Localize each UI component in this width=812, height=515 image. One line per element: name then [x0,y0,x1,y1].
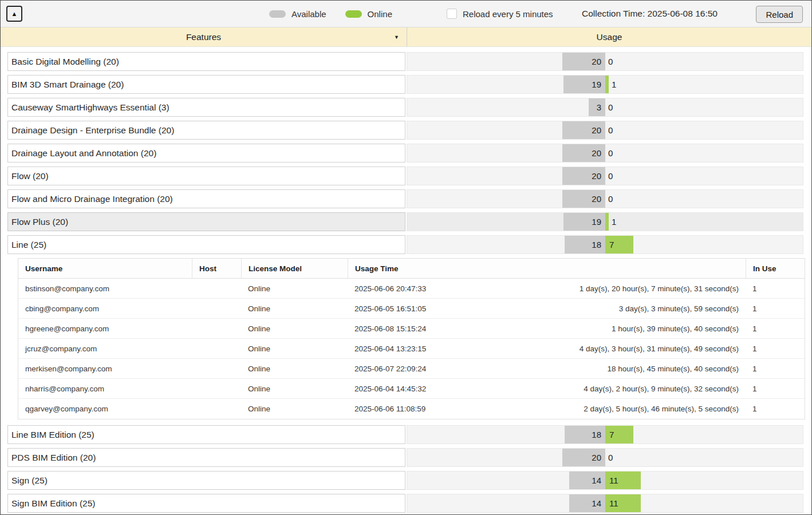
features-column-header[interactable]: Features ▼ [1,27,407,46]
feature-row[interactable]: Causeway SmartHighways Essential (3)30 [7,98,803,117]
usage-cell: 200 [407,167,803,185]
feature-row[interactable]: BIM 3D Smart Drainage (20)191 [7,75,803,94]
session-duration: 18 hour(s), 45 minute(s), 40 second(s) [607,365,739,373]
feature-name-cell: PDS BIM Edition (20) [7,448,405,467]
session-start-time: 2025-06-04 14:45:32 [354,385,426,393]
session-username: jcruz@company.com [18,339,192,358]
session-in-use: 1 [746,279,805,298]
session-host [192,299,241,318]
available-bar: 20 [562,53,605,70]
usage-cell: 200 [407,189,803,208]
feature-name-label: Line BIM Edition (25) [11,430,94,440]
available-count: 20 [592,148,601,158]
collapse-all-button[interactable]: ▲ [6,6,22,22]
available-swatch-icon [269,10,286,18]
feature-name-label: Flow Plus (20) [11,217,68,227]
online-count: 0 [608,53,613,70]
online-count: 0 [608,190,613,208]
session-in-use-value: 1 [752,405,757,413]
online-count: 11 [609,472,618,489]
session-usage-time: 2025-06-05 16:51:053 day(s), 3 minute(s)… [348,299,746,318]
session-duration: 4 day(s), 3 hour(s), 31 minute(s), 49 se… [580,344,739,353]
feature-row[interactable]: Sign BIM Edition (25)1411 [7,494,803,513]
online-swatch-icon [345,10,362,18]
session-col-header-label: License Model [249,264,302,273]
session-host [192,279,241,298]
online-count: 7 [609,236,614,253]
feature-row[interactable]: Drainage Design - Enterprise Bundle (20)… [7,121,803,140]
session-col-header-in-use[interactable]: In Use [746,259,805,278]
feature-name-cell: Drainage Layout and Annotation (20) [7,144,405,163]
feature-row[interactable]: PDS BIM Edition (20)200 [7,448,803,467]
available-bar: 20 [562,144,605,162]
session-start-time: 2025-06-08 15:15:24 [354,324,426,333]
feature-name-cell: Flow (20) [7,167,405,185]
feature-row[interactable]: Line BIM Edition (25)187 [7,425,803,444]
session-table: UsernameHostLicense ModelUsage TimeIn Us… [18,258,805,419]
available-bar: 14 [569,472,605,489]
session-duration: 4 day(s), 2 hour(s), 9 minute(s), 32 sec… [584,385,739,393]
session-duration: 1 day(s), 20 hour(s), 7 minute(s), 31 se… [580,284,739,293]
session-in-use-value: 1 [752,344,757,353]
session-col-header-license-model[interactable]: License Model [241,259,348,278]
session-in-use-value: 1 [752,385,757,393]
session-username-value: nharris@company.com [25,385,104,393]
session-host [192,339,241,358]
reload-checkbox-label: Reload every 5 minutes [463,9,553,19]
chevron-down-icon[interactable]: ▼ [394,34,399,40]
session-in-use: 1 [746,299,805,318]
feature-row[interactable]: Flow Plus (20)191 [7,212,803,231]
online-count: 11 [609,494,618,512]
collection-time-label: Collection Time: 2025-06-08 16:50 [582,1,718,27]
feature-name-label: BIM 3D Smart Drainage (20) [11,80,124,90]
available-bar: 19 [563,213,605,231]
session-in-use-value: 1 [752,365,757,373]
legend-available-label: Available [291,9,326,19]
feature-name-label: Sign BIM Edition (25) [11,498,95,509]
auto-reload-control: Reload every 5 minutes [447,1,553,27]
session-license-model-value: Online [248,365,270,373]
session-in-use-value: 1 [752,284,757,293]
session-in-use: 1 [746,379,805,398]
feature-name-cell: Causeway SmartHighways Essential (3) [7,98,405,117]
usage-cell: 187 [407,425,803,444]
legend: Available Online [269,1,392,27]
session-col-header-username[interactable]: Username [18,259,192,278]
usage-cell: 200 [407,121,803,140]
feature-row[interactable]: Drainage Layout and Annotation (20)200 [7,144,803,163]
session-usage-time: 2025-06-08 15:15:241 hour(s), 39 minute(… [348,319,746,338]
feature-row[interactable]: Flow and Micro Drainage Integration (20)… [7,189,803,208]
reload-button[interactable]: Reload [756,6,803,23]
session-license-model-value: Online [248,385,270,393]
usage-cell: 200 [407,448,803,467]
available-count: 20 [592,194,601,204]
session-col-header-host[interactable]: Host [192,259,241,278]
session-in-use-value: 1 [752,304,757,313]
feature-row[interactable]: Basic Digital Modelling (20)200 [7,52,803,71]
session-in-use: 1 [746,359,805,378]
feature-row[interactable]: Sign (25)1411 [7,471,803,490]
online-count: 0 [608,167,613,185]
session-host [192,319,241,338]
session-license-model: Online [241,339,348,358]
session-row: jcruz@company.comOnline2025-06-04 13:23:… [18,339,805,359]
online-count: 0 [608,144,613,162]
session-col-header-usage-time[interactable]: Usage Time [348,259,746,278]
reload-checkbox[interactable] [447,9,457,19]
available-bar: 20 [562,121,605,139]
session-in-use-value: 1 [752,324,757,333]
feature-name-cell: Basic Digital Modelling (20) [7,52,405,71]
session-col-header-label: Usage Time [355,264,399,273]
feature-row[interactable]: Flow (20)200 [7,167,803,185]
feature-rows: Basic Digital Modelling (20)200BIM 3D Sm… [1,47,811,513]
session-usage-time: 2025-06-06 20:47:331 day(s), 20 hour(s),… [348,279,746,298]
feature-name-cell: Sign BIM Edition (25) [7,494,405,513]
usage-cell: 1411 [407,471,803,490]
feature-row[interactable]: Line (25)187 [7,235,803,254]
usage-cell: 200 [407,52,803,71]
session-col-header-label: Username [25,264,62,273]
session-col-header-label: Host [199,264,216,273]
available-count: 20 [592,453,601,462]
session-license-model: Online [241,399,348,419]
usage-column-header: Usage [407,27,811,46]
